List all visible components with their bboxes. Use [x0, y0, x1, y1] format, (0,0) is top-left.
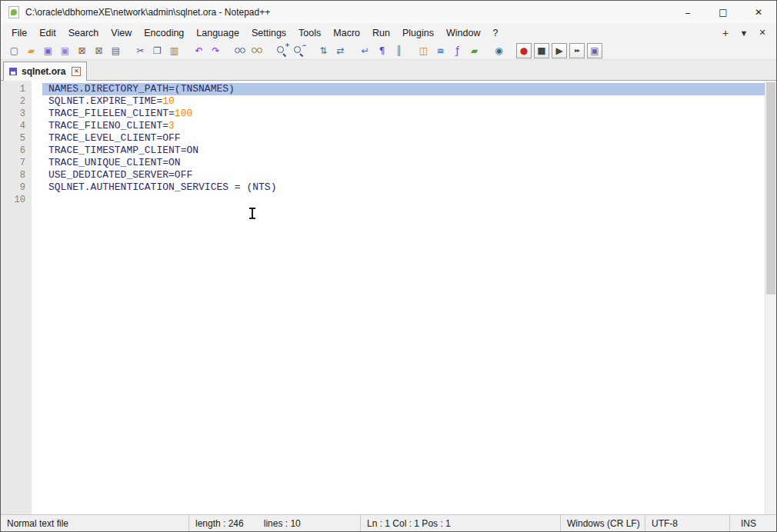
menu-search[interactable]: Search	[62, 25, 105, 41]
close-button[interactable]: ✕	[741, 1, 776, 24]
zoom-out-button[interactable]: −	[292, 43, 306, 58]
notepadpp-window: C:\oracle\dbhomeXE\network\admin\sqlnet.…	[0, 0, 777, 532]
show-indent-guide-button[interactable]: ║	[392, 43, 406, 58]
menu-help[interactable]: ?	[486, 25, 504, 41]
cut-button[interactable]: ✂	[133, 43, 148, 58]
fold-margin	[32, 169, 42, 181]
print-button[interactable]: ▤	[108, 43, 123, 58]
token-number: 3	[168, 120, 175, 131]
toolbar: ▢▰▣▣⊠⊠▤✂❐▥↶↷+−⇅⇄↵¶║◫≡ƒ▰◉●■▶▸▸▣	[1, 42, 776, 60]
chevron-down-icon[interactable]: ▼	[735, 28, 753, 38]
menu-edit[interactable]: Edit	[33, 25, 62, 41]
menu-view[interactable]: View	[105, 25, 138, 41]
vertical-scrollbar[interactable]	[765, 81, 776, 514]
plus-button[interactable]: +	[716, 27, 735, 39]
code-line-4[interactable]: 4TRACE_FILENO_CLIENT=3	[1, 120, 776, 132]
document-list-button[interactable]: ≡	[433, 43, 448, 58]
close-all-button[interactable]: ⊠	[92, 43, 106, 58]
folder-as-workspace-button[interactable]: ▰	[467, 43, 482, 58]
fold-margin	[32, 145, 42, 157]
status-caret-position: Ln : 1 Col : 1 Pos : 1	[361, 515, 561, 531]
new-file-icon: ▢	[10, 46, 18, 55]
code-line-8[interactable]: 8USE_DEDICATED_SERVER=OFF	[1, 169, 776, 181]
menu-run[interactable]: Run	[366, 25, 396, 41]
menu-encoding[interactable]: Encoding	[138, 25, 190, 41]
window-controls: – □ ✕	[670, 1, 776, 24]
code-line-5[interactable]: 5TRACE_LEVEL_CLIENT=OFF	[1, 132, 776, 145]
maximize-button[interactable]: □	[705, 1, 741, 24]
close-file-button[interactable]: ⊠	[75, 43, 89, 58]
find-icon	[235, 46, 246, 55]
menu-macro[interactable]: Macro	[327, 25, 366, 41]
save-all-button[interactable]: ▣	[58, 43, 72, 58]
find-replace-button[interactable]	[250, 43, 265, 58]
status-encoding[interactable]: UTF-8	[645, 515, 730, 531]
line-number: 10	[1, 194, 32, 206]
token-text: SQLNET.AUTHENTICATION_SERVICES = (NTS)	[48, 181, 276, 193]
line-text: USE_DEDICATED_SERVER=OFF	[42, 169, 765, 181]
macro-save-button[interactable]: ▣	[587, 43, 602, 58]
line-text: SQLNET.EXPIRE_TIME=10	[42, 95, 765, 108]
code-line-10[interactable]: 10	[1, 194, 776, 206]
line-number: 1	[1, 83, 32, 95]
macro-playback-button[interactable]: ▶	[552, 43, 567, 58]
line-text: TRACE_LEVEL_CLIENT=OFF	[42, 132, 765, 145]
tab-sqlnet-ora[interactable]: sqlnet.ora ✕	[3, 62, 87, 81]
macro-run-multiple-button[interactable]: ▸▸	[569, 43, 585, 58]
show-all-characters-button[interactable]: ¶	[375, 43, 389, 58]
code-line-2[interactable]: 2SQLNET.EXPIRE_TIME=10	[1, 95, 776, 108]
menu-file[interactable]: File	[5, 25, 33, 41]
code-line-3[interactable]: 3TRACE_FILELEN_CLIENT=100	[1, 108, 776, 120]
line-number: 2	[1, 95, 32, 108]
menu-plugins[interactable]: Plugins	[396, 25, 440, 41]
zoom-in-button[interactable]: +	[275, 43, 289, 58]
copy-button[interactable]: ❐	[150, 43, 165, 58]
menu-tools[interactable]: Tools	[292, 25, 327, 41]
macro-record-button[interactable]: ●	[516, 43, 532, 58]
code-line-7[interactable]: 7TRACE_UNIQUE_CLIENT=ON	[1, 157, 776, 169]
menu-items: FileEditSearchViewEncodingLanguageSettin…	[5, 25, 504, 41]
undo-icon: ↶	[195, 46, 202, 55]
status-insert-mode[interactable]: INS	[730, 515, 776, 531]
undo-button[interactable]: ↶	[192, 43, 206, 58]
sync-horizontal-scroll-icon: ⇄	[336, 46, 344, 55]
document-map-button[interactable]: ◫	[416, 43, 431, 58]
menu-window[interactable]: Window	[440, 25, 486, 41]
code-line-6[interactable]: 6TRACE_TIMESTAMP_CLIENT=ON	[1, 145, 776, 157]
find-button[interactable]	[233, 43, 248, 58]
paste-button[interactable]: ▥	[167, 43, 182, 58]
fold-margin	[32, 157, 42, 169]
mouse-ibeam-cursor	[248, 208, 256, 220]
code-line-9[interactable]: 9SQLNET.AUTHENTICATION_SERVICES = (NTS)	[1, 181, 776, 194]
menubar-close-icon[interactable]: ✕	[753, 28, 772, 38]
open-file-button[interactable]: ▰	[24, 43, 38, 58]
scrollbar-thumb[interactable]	[766, 82, 775, 294]
fold-margin	[32, 108, 42, 120]
tab-close-icon[interactable]: ✕	[72, 67, 81, 76]
sync-vertical-scroll-button[interactable]: ⇅	[316, 43, 331, 58]
status-eol-format[interactable]: Windows (CR LF)	[561, 515, 645, 531]
window-title: C:\oracle\dbhomeXE\network\admin\sqlnet.…	[25, 7, 270, 18]
menu-settings[interactable]: Settings	[245, 25, 292, 41]
function-list-button[interactable]: ƒ	[450, 43, 465, 58]
fold-margin	[32, 132, 42, 145]
word-wrap-button[interactable]: ↵	[358, 43, 372, 58]
macro-save-icon: ▣	[590, 46, 599, 55]
macro-record-icon: ●	[520, 46, 528, 55]
line-text	[42, 194, 765, 206]
minimize-button[interactable]: –	[670, 1, 705, 24]
line-text: TRACE_FILENO_CLIENT=3	[42, 120, 765, 132]
code-line-1[interactable]: 1NAMES.DIRECTORY_PATH=(TNSNAMES)	[1, 83, 776, 95]
text-editing-area[interactable]: 1NAMES.DIRECTORY_PATH=(TNSNAMES)2SQLNET.…	[1, 81, 776, 206]
fold-margin	[32, 194, 42, 206]
fold-margin	[32, 95, 42, 108]
menu-language[interactable]: Language	[190, 25, 245, 41]
line-text: TRACE_FILELEN_CLIENT=100	[42, 108, 765, 120]
save-file-button[interactable]: ▣	[41, 43, 55, 58]
macro-stop-button[interactable]: ■	[534, 43, 549, 58]
redo-button[interactable]: ↷	[208, 43, 223, 58]
sync-horizontal-scroll-button[interactable]: ⇄	[333, 43, 348, 58]
monitoring-button[interactable]: ◉	[492, 43, 506, 58]
new-file-button[interactable]: ▢	[7, 43, 22, 58]
menubar-right-controls: + ▼ ✕	[716, 27, 776, 39]
